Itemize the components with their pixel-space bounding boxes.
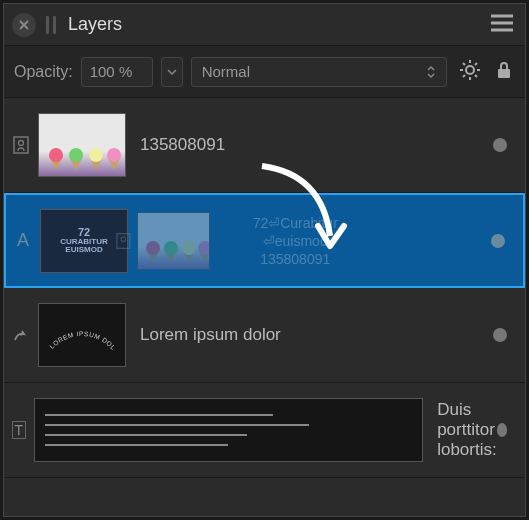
blend-mode-select[interactable]: Normal — [191, 57, 447, 87]
svg-rect-1 — [498, 69, 510, 78]
layer-thumbnail: LOREM IPSUM DOLOR — [38, 303, 126, 367]
visibility-toggle[interactable] — [491, 234, 505, 248]
layer-row[interactable]: LOREM IPSUM DOLOR Lorem ipsum dolor — [4, 288, 525, 383]
opacity-label: Opacity: — [14, 63, 73, 81]
lock-icon[interactable] — [495, 60, 513, 84]
svg-point-3 — [19, 141, 24, 146]
panel-menu-button[interactable] — [491, 14, 513, 36]
layer-row[interactable]: T Duis porttitor lobortis: — [4, 383, 525, 478]
blend-mode-value: Normal — [202, 63, 250, 80]
svg-text:LOREM IPSUM DOLOR: LOREM IPSUM DOLOR — [42, 310, 117, 351]
layer-thumbnail — [34, 398, 423, 462]
panel-title: Layers — [68, 14, 122, 35]
opacity-input[interactable] — [81, 57, 153, 87]
layer-row[interactable]: 135808091 — [4, 98, 525, 193]
layer-thumbnail — [38, 113, 126, 177]
visibility-toggle[interactable] — [493, 138, 507, 152]
layer-name: Lorem ipsum dolor — [140, 325, 493, 345]
layer-row-selected[interactable]: A 72 CURABITUR EUISMOD 72⏎Curabitur ⏎eui… — [4, 193, 525, 288]
opacity-dropdown-button[interactable] — [161, 57, 183, 87]
layer-name: 135808091 — [140, 135, 493, 155]
layer-thumbnail: 72 CURABITUR EUISMOD — [40, 209, 128, 273]
svg-point-0 — [466, 66, 474, 74]
close-button[interactable] — [12, 13, 36, 37]
layer-type-text-icon: A — [6, 230, 40, 251]
layer-name: Duis porttitor lobortis: — [437, 400, 497, 460]
visibility-toggle[interactable] — [497, 423, 507, 437]
layer-type-image-icon — [4, 136, 38, 154]
gear-icon[interactable] — [459, 59, 481, 85]
visibility-toggle[interactable] — [493, 328, 507, 342]
dock-handle[interactable] — [46, 16, 56, 34]
layer-type-shape-icon — [4, 326, 38, 344]
layer-type-textblock-icon: T — [12, 421, 26, 439]
